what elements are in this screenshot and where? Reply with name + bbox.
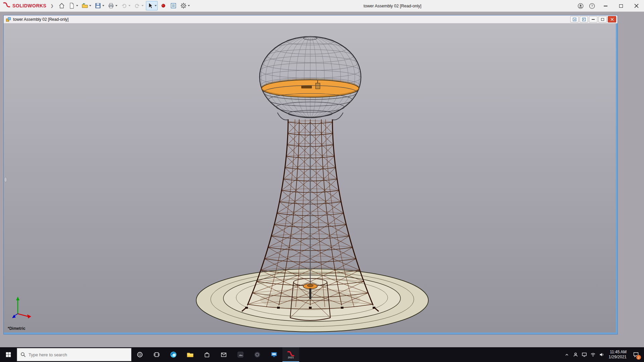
chevron-down-icon bbox=[102, 5, 104, 6]
start-icon bbox=[5, 352, 11, 358]
red-sphere-tool-button[interactable] bbox=[159, 1, 168, 10]
close-icon bbox=[634, 4, 639, 8]
mail-icon bbox=[220, 351, 227, 358]
doc-split-button[interactable] bbox=[580, 16, 588, 22]
photos-button[interactable] bbox=[232, 347, 249, 362]
red-sphere-icon bbox=[161, 3, 166, 8]
search-icon bbox=[20, 352, 26, 357]
settings-button[interactable] bbox=[179, 1, 191, 10]
menu-expand-icon[interactable]: ❯ bbox=[50, 4, 53, 8]
restore-icon bbox=[601, 18, 604, 21]
doc-close-button[interactable] bbox=[608, 16, 616, 22]
chevron-down-icon bbox=[142, 5, 144, 6]
home-button[interactable] bbox=[57, 1, 66, 10]
chevron-down-icon bbox=[155, 5, 157, 6]
brand-text: SOLIDWORKS bbox=[12, 3, 46, 8]
help-button[interactable]: ? bbox=[586, 0, 598, 12]
mail-button[interactable] bbox=[215, 347, 232, 362]
account-icon bbox=[577, 3, 584, 9]
new-document-icon bbox=[68, 2, 75, 9]
file-explorer-button[interactable] bbox=[182, 347, 199, 362]
chevron-down-icon bbox=[76, 5, 78, 6]
print-button[interactable] bbox=[107, 1, 118, 10]
feature-panel-handle[interactable] bbox=[4, 177, 7, 182]
select-tool-button[interactable] bbox=[146, 1, 158, 10]
orientation-triad[interactable] bbox=[9, 295, 36, 323]
action-center-button[interactable]: 2 bbox=[629, 347, 643, 362]
solidworks-taskbar-button[interactable]: 2021 bbox=[282, 347, 299, 362]
chevron-down-icon bbox=[115, 5, 117, 6]
solidworks-logo-icon bbox=[3, 2, 11, 10]
redo-icon bbox=[134, 2, 141, 9]
new-document-button[interactable] bbox=[67, 1, 79, 10]
wifi-icon bbox=[590, 352, 596, 357]
solidworks-logo: SOLIDWORKS bbox=[3, 2, 46, 10]
doc-arrange-icon bbox=[573, 17, 577, 21]
solidworks-version-label: 2021 bbox=[288, 356, 294, 359]
notification-badge: 2 bbox=[636, 355, 641, 360]
taskbar-search[interactable] bbox=[17, 348, 131, 361]
minimize-icon bbox=[604, 6, 607, 6]
start-button[interactable] bbox=[0, 347, 17, 362]
app-titlebar: SOLIDWORKS ❯ bbox=[0, 0, 644, 12]
tray-expand-button[interactable] bbox=[562, 347, 571, 362]
undo-icon bbox=[121, 2, 127, 9]
doc-pin-button[interactable] bbox=[570, 16, 579, 22]
close-button[interactable] bbox=[629, 0, 644, 12]
account-button[interactable] bbox=[575, 0, 586, 12]
skype-button[interactable] bbox=[249, 347, 266, 362]
media-app-button[interactable] bbox=[266, 347, 282, 362]
doc-minimize-button[interactable] bbox=[589, 16, 597, 22]
help-icon: ? bbox=[589, 3, 595, 9]
volume-tray-button[interactable] bbox=[597, 347, 606, 362]
photos-icon bbox=[237, 351, 244, 358]
open-button[interactable] bbox=[80, 1, 92, 10]
maximize-icon bbox=[619, 4, 623, 8]
document-title: tower Assembly 02 [Read-only] bbox=[13, 17, 68, 22]
save-button[interactable] bbox=[94, 1, 105, 10]
wifi-tray-button[interactable] bbox=[589, 347, 597, 362]
view-orientation-label: *Dimetric bbox=[8, 326, 25, 331]
cortana-button[interactable] bbox=[131, 347, 148, 362]
doc-split-icon bbox=[582, 17, 586, 21]
svg-text:?: ? bbox=[591, 4, 593, 8]
close-icon bbox=[610, 18, 614, 21]
tower-3d-model[interactable] bbox=[4, 23, 616, 333]
media-app-icon bbox=[270, 351, 278, 358]
display-icon bbox=[582, 352, 587, 357]
document-titlebar[interactable]: tower Assembly 02 [Read-only] bbox=[4, 15, 618, 23]
3d-viewport[interactable]: *Dimetric bbox=[4, 23, 616, 333]
chevron-down-icon bbox=[128, 5, 130, 6]
assembly-document-icon bbox=[6, 17, 11, 22]
tray-clock[interactable]: 11:45 AM 1/29/2021 bbox=[606, 350, 629, 360]
chevron-down-icon bbox=[89, 5, 91, 6]
search-input[interactable] bbox=[29, 352, 119, 357]
tray-date: 1/29/2021 bbox=[609, 355, 627, 360]
people-tray-button[interactable] bbox=[571, 347, 580, 362]
window-edge-right bbox=[616, 23, 618, 334]
maximize-button[interactable] bbox=[613, 0, 629, 12]
redo-button[interactable] bbox=[133, 1, 145, 10]
minimize-button[interactable] bbox=[598, 0, 613, 12]
doc-restore-button[interactable] bbox=[598, 16, 607, 22]
properties-button[interactable] bbox=[169, 1, 178, 10]
open-folder-icon bbox=[82, 2, 88, 9]
edge-button[interactable] bbox=[165, 347, 182, 362]
tray-expand-icon bbox=[565, 352, 569, 357]
window-edge-bottom bbox=[4, 333, 616, 334]
print-icon bbox=[108, 2, 114, 9]
display-tray-button[interactable] bbox=[580, 347, 589, 362]
store-button[interactable] bbox=[199, 347, 215, 362]
tray-time: 11:45 AM bbox=[610, 350, 627, 355]
volume-icon bbox=[599, 352, 604, 357]
undo-button[interactable] bbox=[120, 1, 131, 10]
app-title: tower Assembly 02 [Read-only] bbox=[364, 0, 421, 12]
home-icon bbox=[58, 2, 65, 9]
gear-icon bbox=[180, 2, 187, 9]
document-window: tower Assembly 02 [Read-only] bbox=[3, 15, 618, 335]
skype-icon bbox=[254, 351, 261, 358]
properties-list-icon bbox=[170, 2, 177, 9]
chevron-down-icon bbox=[188, 5, 190, 6]
task-view-button[interactable] bbox=[148, 347, 165, 362]
windows-taskbar: 2021 11:45 AM 1/29/2021 2 bbox=[0, 347, 644, 362]
